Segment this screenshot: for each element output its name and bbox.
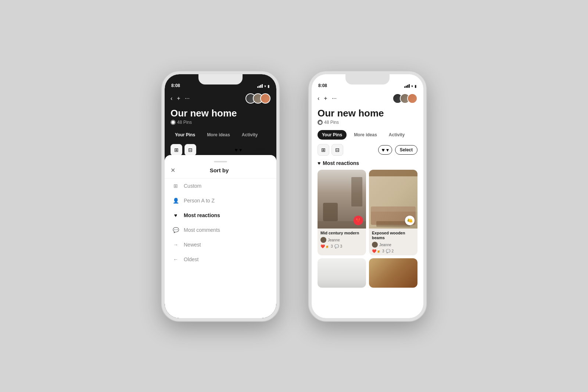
lock-icon-left bbox=[171, 120, 176, 125]
battery-icon-right: ▮ bbox=[415, 84, 417, 88]
sort-oldest-label: Oldest bbox=[184, 256, 198, 262]
pin-avatar-1 bbox=[320, 237, 326, 243]
board-title-left: Our new home bbox=[171, 108, 270, 119]
board-members-right bbox=[392, 93, 417, 104]
compact-view-btn-right[interactable]: ⊟ bbox=[331, 144, 343, 156]
avatar-3 bbox=[260, 93, 270, 104]
time-left: 8:08 bbox=[171, 83, 180, 88]
back-button-right[interactable]: ‹ bbox=[318, 95, 319, 102]
tab-your-pins-right[interactable]: Your Pins bbox=[318, 130, 347, 140]
pins-grid: ❤️ Mid century modern Jeanne ❤️🍺 3 💬 3 bbox=[318, 170, 417, 288]
sort-comments-label: Most comments bbox=[184, 227, 220, 233]
avatar-r3 bbox=[407, 93, 417, 104]
status-icons-right: ▾ ▮ bbox=[404, 84, 417, 88]
signal-icon-right bbox=[404, 84, 410, 88]
pin-card-1[interactable]: ❤️ Mid century modern Jeanne ❤️🍺 3 💬 3 bbox=[318, 170, 366, 255]
heart-sort-icon: ♥ bbox=[172, 212, 179, 218]
heart-header-icon: ♥ bbox=[318, 160, 320, 166]
pin-card-2[interactable]: 🍋 Exposed wooden beams Jeanne ❤️🍺 3 💬 2 bbox=[369, 170, 417, 255]
board-title-right: Our new home bbox=[318, 108, 417, 119]
board-header-left: Our new home 48 Pins bbox=[165, 107, 276, 128]
pin-info-2: Exposed wooden beams Jeanne ❤️🍺 3 💬 2 bbox=[369, 229, 417, 255]
sort-oldest[interactable]: ← Oldest bbox=[165, 252, 276, 267]
wifi-icon: ▾ bbox=[264, 84, 266, 88]
add-button-left[interactable]: + bbox=[177, 95, 180, 102]
pin-user-2: Jeanne bbox=[372, 242, 415, 248]
more-button-left[interactable]: ··· bbox=[185, 95, 190, 102]
sort-sheet-title: Sort by bbox=[175, 167, 263, 173]
tabs-left: Your Pins More ideas Activity bbox=[165, 128, 276, 142]
most-reactions-header: ♥ Most reactions bbox=[318, 160, 417, 166]
pin-reactions-1: ❤️🍺 3 💬 3 bbox=[320, 244, 363, 248]
custom-icon: ⊞ bbox=[172, 183, 179, 189]
board-members-left bbox=[245, 93, 270, 104]
nav-bar-left: ‹ + ··· bbox=[165, 90, 276, 107]
pin-count-left: 48 Pins bbox=[177, 120, 192, 125]
notch-right bbox=[345, 74, 390, 84]
time-right: 8:08 bbox=[318, 83, 327, 88]
sort-heart-btn-left[interactable]: ♥ ▾ bbox=[231, 145, 245, 155]
tab-activity-left[interactable]: Activity bbox=[237, 130, 262, 140]
comment-sort-icon: 💬 bbox=[172, 227, 179, 233]
pin-card-3[interactable] bbox=[318, 258, 366, 288]
sheet-handle bbox=[214, 161, 227, 162]
right-phone: 8:08 ▾ ▮ ‹ + ··· bbox=[309, 71, 426, 321]
sort-heart-btn-right[interactable]: ♥ ▾ bbox=[378, 145, 392, 155]
sort-most-reactions[interactable]: ♥ Most reactions bbox=[165, 208, 276, 223]
signal-icon bbox=[257, 84, 263, 88]
sort-person-label: Person A to Z bbox=[184, 198, 215, 204]
select-button-right[interactable]: Select bbox=[395, 145, 417, 155]
wifi-icon-right: ▾ bbox=[411, 84, 413, 88]
newest-icon: → bbox=[172, 242, 179, 248]
sort-person-az[interactable]: 👤 Person A to Z bbox=[165, 193, 276, 208]
pin-image-4 bbox=[369, 258, 417, 288]
sheet-header: ✕ Sort by bbox=[165, 167, 276, 179]
svg-point-0 bbox=[172, 121, 175, 124]
tab-your-pins-left[interactable]: Your Pins bbox=[171, 130, 200, 140]
pin-info-1: Mid century modern Jeanne ❤️🍺 3 💬 3 bbox=[318, 229, 366, 251]
pins-section: ♥ Most reactions bbox=[312, 158, 423, 318]
close-sheet-button[interactable]: ✕ bbox=[171, 167, 175, 174]
pin-title-1: Mid century modern bbox=[320, 231, 363, 235]
compact-view-btn-left[interactable]: ⊟ bbox=[184, 144, 196, 156]
sort-sheet-inner: ✕ Sort by ⊞ Custom 👤 Person A to Z ♥ Mos… bbox=[165, 155, 276, 318]
pin-count-right: 48 Pins bbox=[324, 120, 339, 125]
nav-bar-right: ‹ + ··· bbox=[312, 90, 423, 107]
tab-more-ideas-right[interactable]: More ideas bbox=[349, 130, 381, 140]
pin-user-1: Jeanne bbox=[320, 237, 363, 243]
sort-newest-label: Newest bbox=[184, 242, 201, 248]
pin-username-2: Jeanne bbox=[379, 243, 391, 247]
grid-view-btn-left[interactable]: ⊞ bbox=[171, 144, 182, 156]
sort-sheet: ✕ Sort by ⊞ Custom 👤 Person A to Z ♥ Mos… bbox=[165, 155, 276, 318]
tabs-right: Your Pins More ideas Activity bbox=[312, 128, 423, 142]
toolbar-right: ⊞ ⊟ ♥ ▾ Select bbox=[312, 142, 423, 158]
comment-icon-1: 💬 bbox=[334, 244, 339, 248]
sort-custom[interactable]: ⊞ Custom bbox=[165, 179, 276, 193]
status-icons-left: ▾ ▮ bbox=[257, 84, 270, 88]
battery-icon: ▮ bbox=[268, 84, 270, 88]
person-icon: 👤 bbox=[172, 198, 179, 204]
pin-image-3 bbox=[318, 258, 366, 288]
notch bbox=[198, 74, 243, 84]
grid-view-btn-right[interactable]: ⊞ bbox=[318, 144, 329, 156]
oldest-icon: ← bbox=[172, 256, 179, 262]
pin-reactions-2: ❤️🍺 3 💬 2 bbox=[372, 249, 415, 253]
pin-card-4[interactable] bbox=[369, 258, 417, 288]
sort-label-right: Most reactions bbox=[323, 160, 359, 166]
sort-most-comments[interactable]: 💬 Most comments bbox=[165, 223, 276, 237]
pin-avatar-2 bbox=[372, 242, 378, 248]
board-header-right: Our new home 48 Pins bbox=[312, 107, 423, 128]
add-button-right[interactable]: + bbox=[324, 95, 327, 102]
tab-more-ideas-left[interactable]: More ideas bbox=[202, 130, 234, 140]
back-button-left[interactable]: ‹ bbox=[171, 95, 172, 102]
pin-title-2: Exposed wooden beams bbox=[372, 231, 415, 240]
comment-icon-2: 💬 bbox=[386, 249, 390, 253]
tab-activity-right[interactable]: Activity bbox=[384, 130, 409, 140]
svg-point-1 bbox=[319, 121, 322, 124]
select-button-left[interactable]: Select bbox=[248, 145, 270, 155]
more-button-right[interactable]: ··· bbox=[332, 95, 337, 102]
lock-icon-right bbox=[318, 120, 323, 125]
sort-newest[interactable]: → Newest bbox=[165, 237, 276, 252]
left-phone: 8:08 ▾ ▮ ‹ + ··· bbox=[162, 71, 279, 321]
pin-username-1: Jeanne bbox=[328, 238, 340, 242]
